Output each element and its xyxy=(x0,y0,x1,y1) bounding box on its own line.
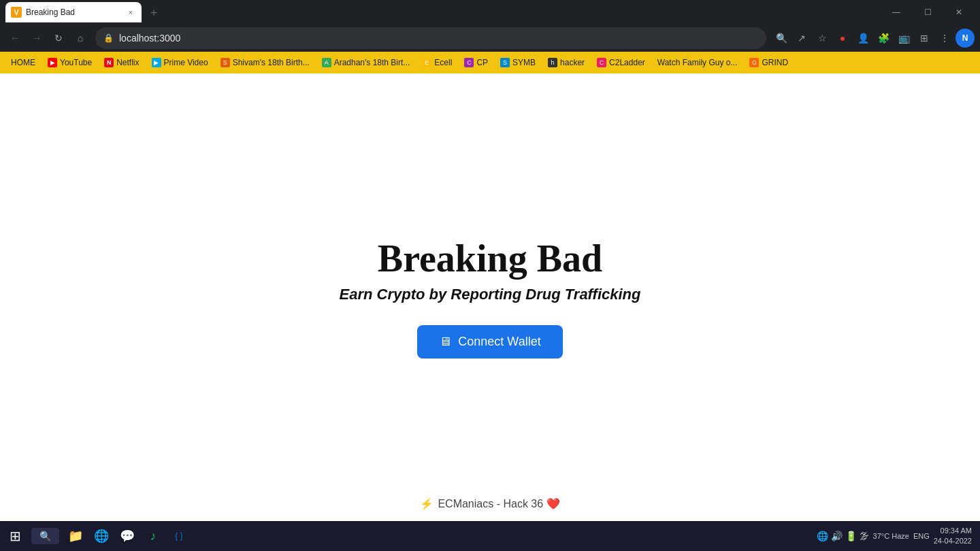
taskbar-time-value: 09:34 AM xyxy=(934,526,972,536)
taskbar-right: 🌐 🔊 🔋 🌫 37°C Haze ENG 09:34 AM 24-04-202… xyxy=(817,526,977,547)
grind-favicon: G xyxy=(749,58,759,67)
shivam-favicon: S xyxy=(220,58,230,67)
bookmark-shivam-label: Shivam's 18th Birth... xyxy=(233,58,310,67)
forward-button[interactable]: → xyxy=(27,29,46,48)
bookmark-hacker[interactable]: h hacker xyxy=(542,56,590,69)
page-subtitle: Earn Crypto by Reporting Drug Traffickin… xyxy=(340,286,641,303)
page-title: Breaking Bad xyxy=(378,237,602,280)
bookmark-familyguy-label: Watch Family Guy o... xyxy=(657,58,738,67)
footer-lightning-icon: ⚡ xyxy=(420,497,434,510)
taskbar-lang: ENG xyxy=(913,532,930,540)
bookmark-ecell-label: Ecell xyxy=(434,58,452,67)
symb-favicon: S xyxy=(500,58,510,67)
bookmark-prime[interactable]: ▶ Prime Video xyxy=(146,56,214,69)
cp-favicon: C xyxy=(464,58,474,67)
c2ladder-favicon: C xyxy=(597,58,606,67)
home-button[interactable]: ⌂ xyxy=(71,29,90,48)
taskbar-apps: 📁 🌐 💬 ♪ { } xyxy=(63,524,191,548)
bookmark-cp[interactable]: C CP xyxy=(459,56,493,69)
new-tab-button[interactable]: + xyxy=(144,3,163,22)
bookmark-youtube[interactable]: ▶ YouTube xyxy=(42,56,97,69)
reload-button[interactable]: ↻ xyxy=(49,29,68,48)
window-controls: — ☐ ✕ xyxy=(881,0,975,24)
secure-icon: 🔒 xyxy=(103,33,114,43)
youtube-favicon: ▶ xyxy=(48,58,57,67)
navigation-bar: ← → ↻ ⌂ 🔒 🔍 ↗ ☆ ● 👤 🧩 📺 ⊞ ⋮ N xyxy=(0,24,980,52)
prime-favicon: ▶ xyxy=(152,58,161,67)
maximize-button[interactable]: ☐ xyxy=(912,0,943,24)
bookmark-grind-label: GRIND xyxy=(762,58,788,67)
aradhan-favicon: A xyxy=(322,58,331,67)
bookmark-familyguy[interactable]: Watch Family Guy o... xyxy=(652,56,743,69)
zoom-button[interactable]: 🔍 xyxy=(772,29,791,48)
taskbar-date-value: 24-04-2022 xyxy=(934,536,972,546)
taskbar-datetime: 09:34 AM 24-04-2022 xyxy=(934,526,972,547)
footer-text: ECManiacs - Hack 36 ❤️ xyxy=(438,497,559,510)
title-bar: V Breaking Bad × + — ☐ ✕ xyxy=(0,0,980,24)
tab-title: Breaking Bad xyxy=(26,7,121,17)
bookmarks-bar: HOME ▶ YouTube N Netflix ▶ Prime Video S… xyxy=(0,52,980,73)
address-bar-container[interactable]: 🔒 xyxy=(95,27,766,49)
back-button[interactable]: ← xyxy=(5,29,24,48)
close-button[interactable]: ✕ xyxy=(943,0,975,24)
taskbar-explorer-icon[interactable]: 📁 xyxy=(63,524,88,548)
extension-red-button[interactable]: ● xyxy=(833,29,852,48)
minimize-button[interactable]: — xyxy=(881,0,912,24)
taskbar-vscode-icon[interactable]: { } xyxy=(167,524,191,548)
bookmark-netflix[interactable]: N Netflix xyxy=(99,56,144,69)
taskbar-spotify-icon[interactable]: ♪ xyxy=(141,524,165,548)
active-tab[interactable]: V Breaking Bad × xyxy=(5,2,142,22)
footer: ⚡ ECManiacs - Hack 36 ❤️ xyxy=(420,497,559,510)
connect-wallet-button[interactable]: 🖥 Connect Wallet xyxy=(417,325,562,358)
bookmark-c2ladder-label: C2Ladder xyxy=(609,58,645,67)
network-icon: 🌐 xyxy=(817,531,828,541)
bookmark-cp-label: CP xyxy=(476,58,488,67)
hacker-favicon: h xyxy=(548,58,557,67)
bookmark-aradhan[interactable]: A Aradhan's 18th Birt... xyxy=(316,56,416,69)
share-button[interactable]: ↗ xyxy=(792,29,811,48)
weather-icon: 🌫 xyxy=(860,531,869,541)
taskbar-chrome-icon[interactable]: 🌐 xyxy=(89,524,114,548)
bookmark-netflix-label: Netflix xyxy=(116,58,139,67)
taskbar-discord-icon[interactable]: 💬 xyxy=(115,524,140,548)
taskbar: ⊞ 🔍 📁 🌐 💬 ♪ { } 🌐 🔊 🔋 🌫 37°C Haze ENG 09… xyxy=(0,521,980,551)
address-bar[interactable] xyxy=(119,33,758,44)
bookmark-symb[interactable]: S SYMB xyxy=(495,56,541,69)
connect-wallet-label: Connect Wallet xyxy=(458,335,540,349)
start-button[interactable]: ⊞ xyxy=(3,524,27,548)
tab-bar: V Breaking Bad × + xyxy=(5,2,878,22)
taskbar-search-icon: 🔍 xyxy=(39,531,51,541)
extension-person-button[interactable]: 👤 xyxy=(853,29,872,48)
taskbar-search[interactable]: 🔍 xyxy=(31,528,59,544)
bookmark-aradhan-label: Aradhan's 18th Birt... xyxy=(334,58,410,67)
bookmark-shivam[interactable]: S Shivam's 18th Birth... xyxy=(215,56,315,69)
netflix-favicon: N xyxy=(104,58,114,67)
speaker-icon: 🔊 xyxy=(831,531,843,541)
ecell-favicon: E xyxy=(422,58,431,67)
profile-button[interactable]: N xyxy=(956,29,975,48)
bookmark-symb-label: SYMB xyxy=(512,58,536,67)
wallet-icon: 🖥 xyxy=(439,335,451,349)
cast-button[interactable]: 📺 xyxy=(894,29,913,48)
bookmark-home[interactable]: HOME xyxy=(5,56,41,69)
bookmark-hacker-label: hacker xyxy=(560,58,585,67)
battery-icon: 🔋 xyxy=(845,531,857,541)
bookmark-c2ladder[interactable]: C C2Ladder xyxy=(591,56,651,69)
bookmark-home-label: HOME xyxy=(11,58,35,67)
bookmark-button[interactable]: ☆ xyxy=(813,29,832,48)
extensions-button[interactable]: 🧩 xyxy=(874,29,893,48)
menu-button[interactable]: ⋮ xyxy=(935,29,954,48)
tab-close-button[interactable]: × xyxy=(125,7,136,18)
grid-button[interactable]: ⊞ xyxy=(915,29,934,48)
page-content: Breaking Bad Earn Crypto by Reporting Dr… xyxy=(0,73,980,521)
nav-right-buttons: 🔍 ↗ ☆ ● 👤 🧩 📺 ⊞ ⋮ N xyxy=(772,29,975,48)
bookmark-ecell[interactable]: E Ecell xyxy=(416,56,457,69)
bookmark-prime-label: Prime Video xyxy=(164,58,208,67)
taskbar-weather-text: 37°C Haze xyxy=(873,532,909,540)
bookmark-youtube-label: YouTube xyxy=(60,58,92,67)
taskbar-sys-icons: 🌐 🔊 🔋 🌫 xyxy=(817,531,869,541)
bookmark-grind[interactable]: G GRIND xyxy=(744,56,794,69)
tab-favicon: V xyxy=(11,7,22,18)
